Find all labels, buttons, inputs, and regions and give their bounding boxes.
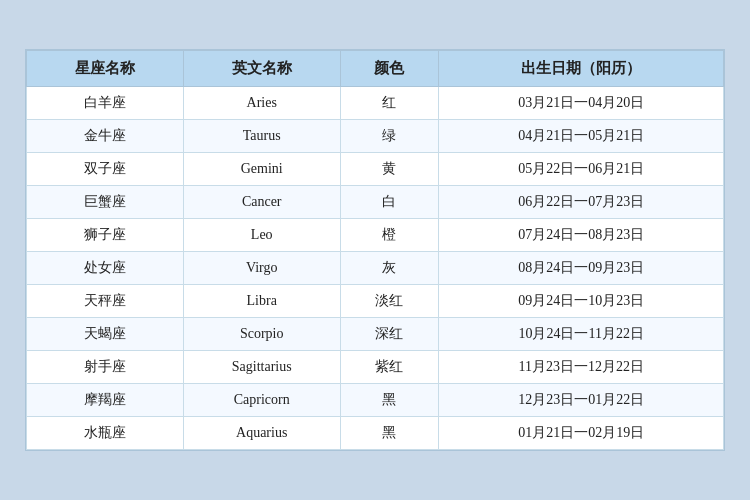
table-cell: Aquarius <box>183 417 340 450</box>
table-row: 天秤座Libra淡红09月24日一10月23日 <box>27 285 724 318</box>
table-row: 金牛座Taurus绿04月21日一05月21日 <box>27 120 724 153</box>
zodiac-table-wrapper: 星座名称英文名称颜色出生日期（阳历） 白羊座Aries红03月21日一04月20… <box>25 49 725 451</box>
table-cell: 10月24日一11月22日 <box>439 318 724 351</box>
table-cell: Leo <box>183 219 340 252</box>
table-cell: 巨蟹座 <box>27 186 184 219</box>
table-cell: Gemini <box>183 153 340 186</box>
table-row: 白羊座Aries红03月21日一04月20日 <box>27 87 724 120</box>
table-cell: 白 <box>340 186 439 219</box>
table-cell: 橙 <box>340 219 439 252</box>
table-row: 双子座Gemini黄05月22日一06月21日 <box>27 153 724 186</box>
table-cell: 黄 <box>340 153 439 186</box>
table-cell: Taurus <box>183 120 340 153</box>
table-cell: 狮子座 <box>27 219 184 252</box>
table-row: 射手座Sagittarius紫红11月23日一12月22日 <box>27 351 724 384</box>
table-row: 处女座Virgo灰08月24日一09月23日 <box>27 252 724 285</box>
table-cell: 天秤座 <box>27 285 184 318</box>
table-cell: Libra <box>183 285 340 318</box>
table-cell: 07月24日一08月23日 <box>439 219 724 252</box>
table-row: 天蝎座Scorpio深红10月24日一11月22日 <box>27 318 724 351</box>
table-cell: Sagittarius <box>183 351 340 384</box>
table-cell: 摩羯座 <box>27 384 184 417</box>
table-cell: Virgo <box>183 252 340 285</box>
table-cell: 灰 <box>340 252 439 285</box>
table-cell: 黑 <box>340 384 439 417</box>
table-cell: 射手座 <box>27 351 184 384</box>
table-cell: 04月21日一05月21日 <box>439 120 724 153</box>
table-row: 摩羯座Capricorn黑12月23日一01月22日 <box>27 384 724 417</box>
table-cell: 白羊座 <box>27 87 184 120</box>
table-cell: 01月21日一02月19日 <box>439 417 724 450</box>
table-header-cell: 星座名称 <box>27 51 184 87</box>
table-cell: 深红 <box>340 318 439 351</box>
table-cell: Scorpio <box>183 318 340 351</box>
table-row: 水瓶座Aquarius黑01月21日一02月19日 <box>27 417 724 450</box>
table-cell: 天蝎座 <box>27 318 184 351</box>
table-cell: 11月23日一12月22日 <box>439 351 724 384</box>
table-cell: 08月24日一09月23日 <box>439 252 724 285</box>
table-cell: 12月23日一01月22日 <box>439 384 724 417</box>
table-cell: 绿 <box>340 120 439 153</box>
table-body: 白羊座Aries红03月21日一04月20日金牛座Taurus绿04月21日一0… <box>27 87 724 450</box>
table-cell: 黑 <box>340 417 439 450</box>
table-cell: 双子座 <box>27 153 184 186</box>
table-cell: 05月22日一06月21日 <box>439 153 724 186</box>
table-header-row: 星座名称英文名称颜色出生日期（阳历） <box>27 51 724 87</box>
table-cell: 紫红 <box>340 351 439 384</box>
table-cell: 红 <box>340 87 439 120</box>
table-cell: Capricorn <box>183 384 340 417</box>
table-cell: Cancer <box>183 186 340 219</box>
table-header-cell: 颜色 <box>340 51 439 87</box>
table-cell: 09月24日一10月23日 <box>439 285 724 318</box>
zodiac-table: 星座名称英文名称颜色出生日期（阳历） 白羊座Aries红03月21日一04月20… <box>26 50 724 450</box>
table-row: 巨蟹座Cancer白06月22日一07月23日 <box>27 186 724 219</box>
table-cell: 水瓶座 <box>27 417 184 450</box>
table-cell: 03月21日一04月20日 <box>439 87 724 120</box>
table-cell: 淡红 <box>340 285 439 318</box>
table-header-cell: 出生日期（阳历） <box>439 51 724 87</box>
table-cell: 06月22日一07月23日 <box>439 186 724 219</box>
table-cell: 金牛座 <box>27 120 184 153</box>
table-cell: Aries <box>183 87 340 120</box>
table-row: 狮子座Leo橙07月24日一08月23日 <box>27 219 724 252</box>
table-cell: 处女座 <box>27 252 184 285</box>
table-header-cell: 英文名称 <box>183 51 340 87</box>
